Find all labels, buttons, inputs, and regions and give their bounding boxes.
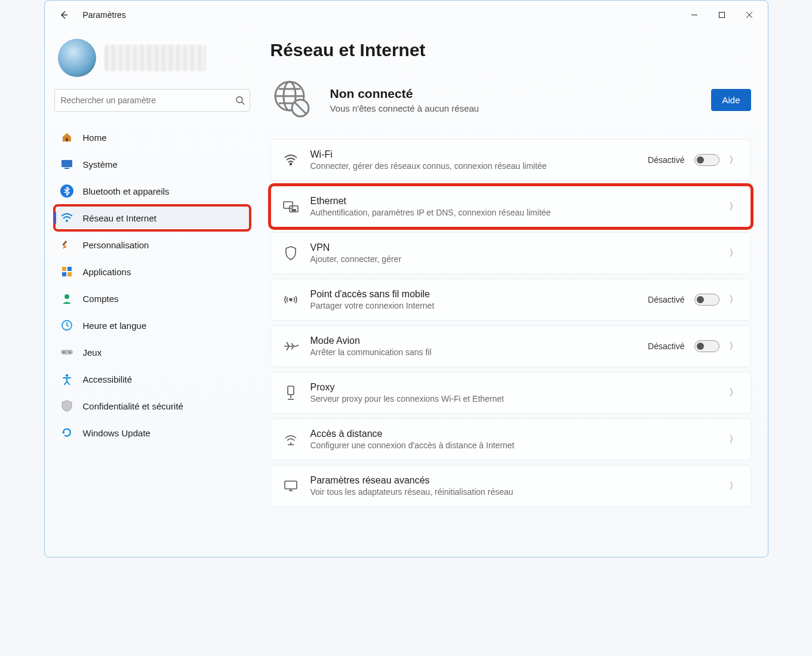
accessibility-icon	[60, 372, 73, 386]
minimize-button[interactable]	[681, 5, 708, 24]
back-button[interactable]	[54, 5, 73, 24]
svg-point-5	[66, 220, 68, 222]
svg-rect-26	[285, 481, 297, 489]
wifi-icon	[60, 211, 73, 224]
sidebar-item-windows-update[interactable]: Windows Update	[54, 420, 250, 445]
card-sub: Configurer une connexion d'accès à dista…	[310, 441, 717, 450]
svg-point-11	[64, 294, 69, 299]
svg-rect-3	[61, 160, 72, 167]
page-title: Réseau et Internet	[270, 40, 751, 60]
airplane-toggle[interactable]	[694, 340, 719, 352]
card-title: Wi-Fi	[310, 149, 636, 160]
sidebar-item-label: Réseau et Internet	[83, 213, 156, 223]
svg-rect-13	[61, 350, 73, 355]
sidebar-item-label: Confidentialité et sécurité	[83, 401, 183, 411]
sidebar-item-label: Heure et langue	[83, 321, 147, 331]
card-sub: Connecter, gérer des réseaux connus, con…	[310, 161, 636, 171]
svg-rect-10	[67, 272, 72, 276]
hotspot-icon	[283, 292, 299, 307]
card-proxy[interactable]: Proxy Serveur proxy pour les connexions …	[270, 372, 751, 414]
main-content: Réseau et Internet Non connecté Vous n'ê…	[260, 29, 768, 557]
sidebar-item-label: Système	[83, 159, 118, 170]
svg-rect-0	[719, 13, 724, 18]
svg-point-20	[290, 164, 291, 165]
chevron-right-icon: 〉	[729, 201, 739, 213]
shield-icon	[283, 245, 299, 261]
sidebar-item-label: Bluetooth et appareils	[83, 186, 170, 196]
sidebar-item-apps[interactable]: Applications	[54, 259, 250, 284]
sidebar-item-label: Windows Update	[83, 428, 150, 438]
hotspot-toggle[interactable]	[694, 294, 719, 306]
chevron-right-icon: 〉	[729, 154, 739, 167]
search-box[interactable]	[54, 89, 250, 112]
status-sub: Vous n'êtes connecté à aucun réseau	[330, 103, 479, 113]
svg-rect-7	[62, 267, 66, 271]
search-input[interactable]	[61, 96, 235, 105]
sidebar-item-privacy[interactable]: Confidentialité et sécurité	[54, 393, 250, 418]
svg-rect-2	[66, 138, 68, 141]
svg-rect-25	[288, 386, 294, 395]
sidebar-item-time-language[interactable]: Heure et langue	[54, 313, 250, 338]
avatar	[58, 39, 96, 77]
card-sub: Arrêter la communication sans fil	[310, 347, 636, 357]
profile-name-redacted	[104, 45, 206, 71]
maximize-button[interactable]	[708, 5, 736, 24]
profile-block[interactable]	[58, 39, 250, 77]
svg-point-1	[236, 97, 242, 103]
card-remote[interactable]: Accès à distance Configurer une connexio…	[270, 418, 751, 460]
svg-point-15	[69, 352, 70, 353]
status-title: Non connecté	[330, 87, 479, 101]
sidebar-item-label: Comptes	[83, 294, 119, 304]
apps-icon	[60, 265, 73, 278]
gamepad-icon	[60, 346, 73, 359]
svg-point-16	[65, 374, 67, 377]
remote-icon	[283, 432, 299, 447]
svg-rect-9	[62, 272, 66, 276]
card-title: Point d'accès sans fil mobile	[310, 289, 636, 300]
sidebar-item-home[interactable]: Home	[54, 125, 250, 150]
proxy-icon	[283, 385, 299, 401]
sidebar-item-bluetooth[interactable]: Bluetooth et appareils	[54, 178, 250, 204]
airplane-icon	[283, 338, 299, 354]
sidebar-item-label: Personnalisation	[83, 240, 149, 250]
sidebar-item-games[interactable]: Jeux	[54, 340, 250, 365]
chevron-right-icon: 〉	[729, 480, 739, 492]
system-icon	[60, 158, 73, 171]
sidebar-item-system[interactable]: Système	[54, 152, 250, 177]
monitor-icon	[283, 478, 299, 494]
bluetooth-icon	[60, 184, 73, 198]
sidebar-item-accounts[interactable]: Comptes	[54, 286, 250, 311]
card-title: Accès à distance	[310, 429, 717, 439]
sidebar-item-personalization[interactable]: Personnalisation	[54, 232, 250, 257]
card-title: VPN	[310, 242, 717, 253]
hotspot-state-label: Désactivé	[648, 295, 684, 304]
card-wifi[interactable]: Wi-Fi Connecter, gérer des réseaux connu…	[270, 139, 751, 181]
svg-point-14	[63, 352, 64, 353]
sidebar-nav: Home Système Bluetooth et appareils Rése…	[54, 125, 250, 445]
card-sub: Authentification, paramètres IP et DNS, …	[310, 208, 717, 217]
network-status: Non connecté Vous n'êtes connecté à aucu…	[270, 78, 751, 121]
search-icon	[235, 96, 245, 105]
chevron-right-icon: 〉	[729, 247, 739, 260]
close-button[interactable]	[736, 5, 763, 24]
card-title: Proxy	[310, 382, 717, 393]
help-button[interactable]: Aide	[711, 89, 751, 111]
sidebar-item-network[interactable]: Réseau et Internet	[54, 205, 250, 230]
sidebar-item-accessibility[interactable]: Accessibilité	[54, 367, 250, 392]
card-vpn[interactable]: VPN Ajouter, connecter, gérer 〉	[270, 232, 751, 274]
wifi-icon	[283, 152, 299, 168]
svg-rect-8	[67, 267, 72, 271]
person-icon	[60, 292, 73, 305]
card-airplane[interactable]: Mode Avion Arrêter la communication sans…	[270, 325, 751, 367]
chevron-right-icon: 〉	[729, 294, 739, 306]
card-sub: Ajouter, connecter, gérer	[310, 254, 717, 264]
card-title: Ethernet	[310, 196, 717, 207]
card-hotspot[interactable]: Point d'accès sans fil mobile Partager v…	[270, 279, 751, 321]
card-ethernet[interactable]: Ethernet Authentification, paramètres IP…	[270, 186, 751, 227]
wifi-state-label: Désactivé	[648, 155, 684, 165]
card-title: Mode Avion	[310, 335, 636, 346]
card-advanced-network[interactable]: Paramètres réseau avancés Voir tous les …	[270, 465, 751, 507]
sidebar-item-label: Applications	[83, 267, 131, 277]
svg-rect-23	[292, 210, 296, 211]
wifi-toggle[interactable]	[694, 154, 719, 166]
